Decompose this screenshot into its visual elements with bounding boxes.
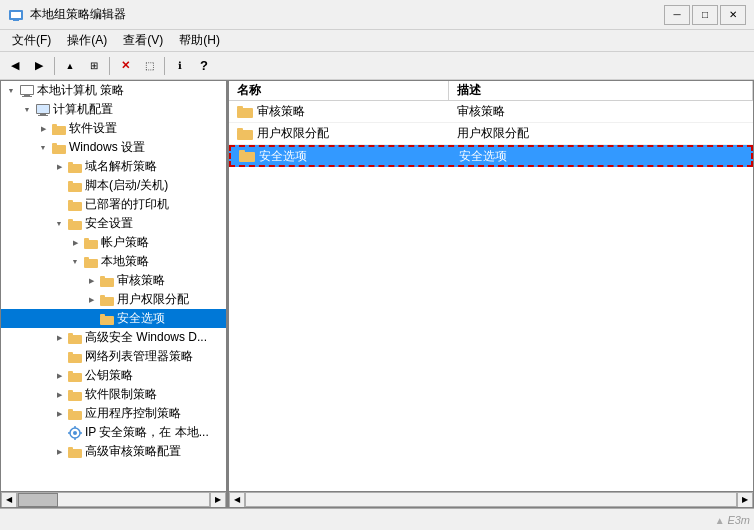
svg-rect-27 xyxy=(84,257,89,260)
expander-security-settings[interactable] xyxy=(51,216,67,232)
tree-hscroll-thumb[interactable] xyxy=(18,493,58,507)
svg-rect-19 xyxy=(68,181,73,184)
properties-button[interactable]: ℹ xyxy=(169,55,191,77)
icon-gear-ip xyxy=(67,425,83,441)
tree-node-root[interactable]: 本地计算机 策略 xyxy=(1,81,226,100)
expander-public-key[interactable] xyxy=(51,368,67,384)
tree-hscroll-right[interactable]: ▶ xyxy=(210,492,226,508)
expander-ip-security xyxy=(51,425,67,441)
window-title: 本地组策略编辑器 xyxy=(30,6,126,23)
icon-folder-software xyxy=(51,121,67,137)
tree-node-public-key[interactable]: 公钥策略 xyxy=(1,366,226,385)
tree-node-software-settings[interactable]: 软件设置 xyxy=(1,119,226,138)
svg-point-45 xyxy=(73,431,77,435)
tree-label-public-key: 公钥策略 xyxy=(83,367,133,384)
svg-rect-28 xyxy=(100,278,114,287)
list-cell-userrights-desc: 用户权限分配 xyxy=(449,123,753,144)
svg-rect-16 xyxy=(68,164,82,173)
main-content: 本地计算机 策略 计算机配置 软件设置 xyxy=(0,80,754,508)
forward-button[interactable]: ▶ xyxy=(28,55,50,77)
svg-rect-22 xyxy=(68,221,82,230)
svg-rect-54 xyxy=(237,130,253,140)
svg-rect-24 xyxy=(84,240,98,249)
tree-node-user-rights[interactable]: 用户权限分配 xyxy=(1,290,226,309)
icon-folder-app-control xyxy=(67,406,83,422)
expander-user-rights[interactable] xyxy=(83,292,99,308)
svg-rect-20 xyxy=(68,202,82,211)
menu-help[interactable]: 帮助(H) xyxy=(171,30,228,51)
expander-network-list xyxy=(51,349,67,365)
svg-rect-43 xyxy=(68,409,73,412)
tree-node-audit-policy[interactable]: 审核策略 xyxy=(1,271,226,290)
svg-rect-12 xyxy=(52,126,58,135)
tree-node-computer-config[interactable]: 计算机配置 xyxy=(1,100,226,119)
content-list[interactable]: 审核策略 审核策略 用户权限分配 用户权限分配 安全选项 xyxy=(229,101,753,491)
tree-node-advanced-audit[interactable]: 高级审核策略配置 xyxy=(1,442,226,461)
tree-label-advanced-firewall: 高级安全 Windows D... xyxy=(83,329,207,346)
minimize-button[interactable]: ─ xyxy=(664,5,690,25)
expander-app-control[interactable] xyxy=(51,406,67,422)
menu-file[interactable]: 文件(F) xyxy=(4,30,59,51)
tree-hscroll[interactable]: ◀ ▶ xyxy=(1,491,226,507)
svg-rect-42 xyxy=(68,411,82,420)
tree-node-app-control[interactable]: 应用程序控制策略 xyxy=(1,404,226,423)
tree-node-deployed-printers[interactable]: 已部署的打印机 xyxy=(1,195,226,214)
content-hscroll[interactable]: ◀ ▶ xyxy=(229,491,753,507)
tree-node-account-policy[interactable]: 帐户策略 xyxy=(1,233,226,252)
icon-folder-startup xyxy=(67,178,83,194)
menu-view[interactable]: 查看(V) xyxy=(115,30,171,51)
content-hscroll-right[interactable]: ▶ xyxy=(737,492,753,508)
tree-node-security-settings[interactable]: 安全设置 xyxy=(1,214,226,233)
grid-button[interactable]: ⊞ xyxy=(83,55,105,77)
icon-computer xyxy=(19,83,35,99)
svg-rect-30 xyxy=(100,297,114,306)
tree-node-startup-script[interactable]: 脚本(启动/关机) xyxy=(1,176,226,195)
expander-account-policy[interactable] xyxy=(67,235,83,251)
list-item-user-rights[interactable]: 用户权限分配 用户权限分配 xyxy=(229,123,753,145)
tree-hscroll-track[interactable] xyxy=(17,492,210,507)
tree-hscroll-left[interactable]: ◀ xyxy=(1,492,17,508)
export-button[interactable]: ⬚ xyxy=(138,55,160,77)
svg-rect-15 xyxy=(52,143,57,146)
expander-software-settings[interactable] xyxy=(35,121,51,137)
icon-folder-security-options xyxy=(99,311,115,327)
icon-folder-local xyxy=(83,254,99,270)
tree-node-security-options[interactable]: 安全选项 xyxy=(1,309,226,328)
expander-local-policy[interactable] xyxy=(67,254,83,270)
svg-rect-34 xyxy=(68,335,82,344)
expander-audit-policy[interactable] xyxy=(83,273,99,289)
svg-rect-26 xyxy=(84,259,98,268)
maximize-button[interactable]: □ xyxy=(692,5,718,25)
expander-root[interactable] xyxy=(3,83,19,99)
list-cell-audit-desc: 审核策略 xyxy=(449,101,753,122)
tree-node-software-restriction[interactable]: 软件限制策略 xyxy=(1,385,226,404)
expander-computer-config[interactable] xyxy=(19,102,35,118)
expander-software-restriction[interactable] xyxy=(51,387,67,403)
expander-name-resolution[interactable] xyxy=(51,159,67,175)
content-hscroll-left[interactable]: ◀ xyxy=(229,492,245,508)
svg-rect-18 xyxy=(68,183,82,192)
delete-button[interactable]: ✕ xyxy=(114,55,136,77)
tree-scroll[interactable]: 本地计算机 策略 计算机配置 软件设置 xyxy=(1,81,226,507)
content-hscroll-track[interactable] xyxy=(245,492,737,507)
up-button[interactable]: ▲ xyxy=(59,55,81,77)
close-button[interactable]: ✕ xyxy=(720,5,746,25)
expander-windows-settings[interactable] xyxy=(35,140,51,156)
icon-folder-audit xyxy=(99,273,115,289)
expander-advanced-audit[interactable] xyxy=(51,444,67,460)
menu-action[interactable]: 操作(A) xyxy=(59,30,115,51)
content-header: 名称 描述 xyxy=(229,81,753,101)
list-item-security-options[interactable]: 安全选项 安全选项 xyxy=(229,145,753,167)
help-button[interactable]: ? xyxy=(193,55,215,77)
back-button[interactable]: ◀ xyxy=(4,55,26,77)
tree-node-name-resolution[interactable]: 域名解析策略 xyxy=(1,157,226,176)
tree-node-windows-settings[interactable]: Windows 设置 xyxy=(1,138,226,157)
expander-advanced-firewall[interactable] xyxy=(51,330,67,346)
tree-node-local-policy[interactable]: 本地策略 xyxy=(1,252,226,271)
tree-node-network-list[interactable]: 网络列表管理器策略 xyxy=(1,347,226,366)
list-item-audit[interactable]: 审核策略 审核策略 xyxy=(229,101,753,123)
tree-node-ip-security[interactable]: IP 安全策略，在 本地... xyxy=(1,423,226,442)
tree-label-audit-policy: 审核策略 xyxy=(115,272,165,289)
icon-folder-firewall xyxy=(67,330,83,346)
tree-node-advanced-firewall[interactable]: 高级安全 Windows D... xyxy=(1,328,226,347)
